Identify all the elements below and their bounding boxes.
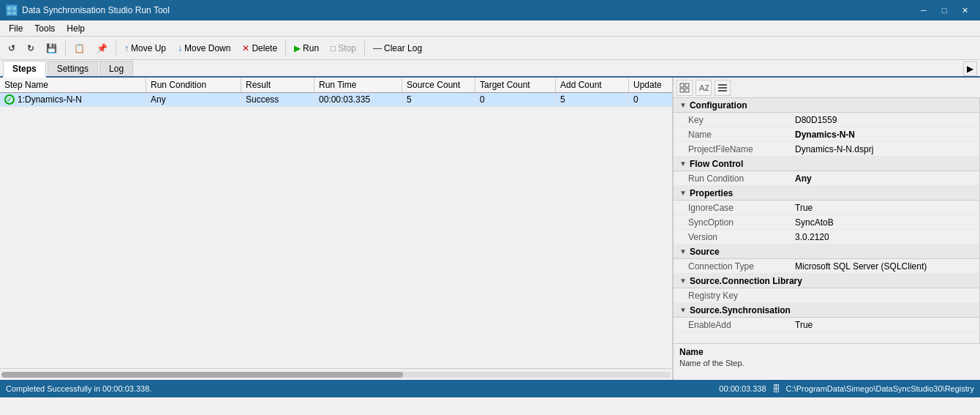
section-flowcontrol: ▼ Flow Control bbox=[674, 157, 979, 171]
prop-key-conntype: Connection Type bbox=[674, 259, 791, 273]
props-row-syncoption: SyncOption SyncAtoB bbox=[674, 215, 979, 230]
props-row-enableadd: EnableAdd True bbox=[674, 318, 979, 332]
sort-icon: AZ ↓ bbox=[698, 83, 709, 93]
properties-panel: AZ ↓ ▼ Configuration Key bbox=[673, 78, 980, 380]
arrow-up-icon: ↑ bbox=[124, 43, 129, 53]
col-update: Update bbox=[629, 78, 673, 92]
cell-add-count: 5 bbox=[556, 93, 629, 106]
tab-steps[interactable]: Steps bbox=[3, 61, 46, 78]
status-message: Completed Successfully in 00:00:03.338. bbox=[6, 384, 719, 393]
section-properties: ▼ Properties bbox=[674, 186, 979, 201]
copy-icon: 📋 bbox=[74, 43, 85, 53]
props-sort-btn[interactable]: AZ ↓ bbox=[696, 80, 712, 96]
move-down-button[interactable]: ↓ Move Down bbox=[173, 40, 235, 57]
svg-rect-7 bbox=[685, 89, 689, 92]
app-icon bbox=[6, 4, 18, 16]
stop-button[interactable]: □ Stop bbox=[325, 40, 361, 57]
prop-key-regkey: Registry Key bbox=[674, 288, 791, 302]
move-up-button[interactable]: ↑ Move Up bbox=[119, 40, 171, 57]
status-icon: 🗄 bbox=[772, 384, 780, 393]
scroll-track bbox=[1, 372, 671, 378]
col-source-count: Source Count bbox=[402, 78, 475, 92]
maximize-button[interactable]: □ bbox=[935, 3, 954, 18]
step-success-icon: ✓ bbox=[4, 94, 15, 105]
props-row-regkey: Registry Key bbox=[674, 288, 979, 303]
prop-key-version: Version bbox=[674, 230, 791, 244]
scroll-thumb bbox=[1, 372, 403, 378]
svg-rect-12 bbox=[718, 90, 727, 91]
prop-value-version: 3.0.2120 bbox=[791, 230, 979, 244]
clear-log-button[interactable]: — Clear Log bbox=[368, 40, 427, 57]
prop-key-ignorecase: IgnoreCase bbox=[674, 201, 791, 214]
props-list-btn[interactable] bbox=[715, 80, 731, 96]
col-target-count: Target Count bbox=[475, 78, 556, 92]
prop-value-key: D80D1559 bbox=[791, 113, 979, 127]
status-path: C:\ProgramData\Simego\DataSyncStudio30\R… bbox=[786, 384, 974, 393]
delete-icon: ✕ bbox=[242, 43, 249, 53]
arrow-down-icon: ↓ bbox=[178, 43, 182, 53]
status-right: 00:00:03.338 🗄 C:\ProgramData\Simego\Dat… bbox=[719, 384, 974, 393]
col-step-name: Step Name bbox=[0, 78, 146, 92]
svg-rect-11 bbox=[718, 87, 727, 89]
props-row-projectfile: ProjectFileName Dynamics-N-N.dsprj bbox=[674, 142, 979, 157]
prop-key-projectfile: ProjectFileName bbox=[674, 142, 791, 156]
collapse-icon-5: ▼ bbox=[679, 277, 687, 285]
props-row-version: Version 3.0.2120 bbox=[674, 230, 979, 244]
col-run-time: Run Time bbox=[314, 78, 402, 92]
run-button[interactable]: ▶ Run bbox=[289, 40, 324, 57]
cell-target-count: 0 bbox=[475, 93, 556, 106]
props-row-name: Name Dynamics-N-N bbox=[674, 127, 979, 142]
section-label-5: Source.Connection Library bbox=[690, 276, 802, 286]
run-label: Run bbox=[303, 43, 319, 53]
svg-rect-3 bbox=[12, 12, 16, 15]
tab-log[interactable]: Log bbox=[99, 61, 133, 76]
toolbar-copy[interactable]: 📋 bbox=[69, 40, 90, 57]
toolbar-paste[interactable]: 📌 bbox=[91, 40, 113, 57]
grid-icon bbox=[679, 83, 690, 93]
cell-source-count: 5 bbox=[402, 93, 475, 106]
menu-file[interactable]: File bbox=[3, 22, 29, 35]
move-up-label: Move Up bbox=[131, 43, 166, 53]
table-row[interactable]: ✓ 1:Dynamics-N-N Any Success 00:00:03.33… bbox=[0, 93, 672, 107]
col-add-count: Add Count bbox=[556, 78, 629, 92]
menu-tools[interactable]: Tools bbox=[29, 22, 61, 35]
minimize-button[interactable]: ─ bbox=[914, 3, 933, 18]
cell-update: 0 bbox=[629, 93, 672, 106]
props-toolbar: AZ ↓ bbox=[674, 78, 980, 98]
delete-button[interactable]: ✕ Delete bbox=[237, 40, 282, 57]
title-bar: Data Synchronisation Studio Run Tool ─ □… bbox=[0, 0, 980, 20]
toolbar-icon-1[interactable]: ↺ bbox=[3, 40, 20, 57]
clear-icon: — bbox=[373, 43, 382, 53]
svg-text:↓: ↓ bbox=[706, 86, 709, 92]
section-src-conn-lib: ▼ Source.Connection Library bbox=[674, 274, 979, 288]
save-icon: 💾 bbox=[46, 43, 57, 53]
window-title: Data Synchronisation Studio Run Tool bbox=[22, 5, 170, 15]
props-grid-btn[interactable] bbox=[676, 80, 693, 96]
horizontal-scrollbar[interactable] bbox=[0, 368, 672, 380]
prop-value-syncoption: SyncAtoB bbox=[791, 215, 979, 229]
props-row-conntype: Connection Type Microsoft SQL Server (SQ… bbox=[674, 259, 979, 274]
close-button[interactable]: ✕ bbox=[955, 3, 974, 18]
section-label-3: Properties bbox=[690, 188, 733, 198]
sep-3 bbox=[285, 41, 286, 56]
svg-rect-2 bbox=[7, 12, 11, 15]
section-source: ▼ Source bbox=[674, 244, 979, 259]
clear-log-label: Clear Log bbox=[384, 43, 422, 53]
section-label: Configuration bbox=[690, 100, 747, 111]
prop-key-enableadd: EnableAdd bbox=[674, 318, 791, 332]
toolbar-icon-2[interactable]: ↻ bbox=[22, 40, 39, 57]
menu-help[interactable]: Help bbox=[61, 22, 91, 35]
description-panel: Name Name of the Step. bbox=[674, 343, 980, 380]
toolbar-save[interactable]: 💾 bbox=[41, 40, 62, 57]
tab-scroll-arrow[interactable]: ▶ bbox=[963, 61, 977, 76]
stop-icon: □ bbox=[331, 43, 336, 53]
prop-value-enableadd: True bbox=[791, 318, 979, 332]
tab-settings[interactable]: Settings bbox=[48, 61, 98, 76]
props-row-ignorecase: IgnoreCase True bbox=[674, 201, 979, 215]
section-src-sync: ▼ Source.Synchronisation bbox=[674, 303, 979, 318]
desc-text: Name of the Step. bbox=[679, 359, 974, 367]
list-icon bbox=[717, 83, 728, 93]
prop-key-runcond: Run Condition bbox=[674, 171, 791, 185]
sep-1 bbox=[65, 41, 66, 56]
status-time: 00:00:03.338 bbox=[719, 384, 766, 393]
